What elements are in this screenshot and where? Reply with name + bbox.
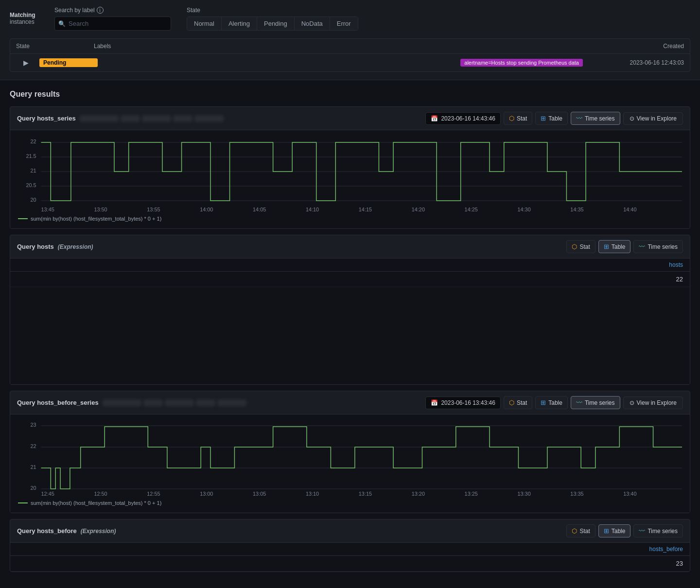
x-label: 14:35 — [570, 207, 583, 212]
stat-btn-1[interactable]: ⬡ Stat — [504, 112, 532, 125]
explore-icon-3: ⊙ — [630, 399, 634, 406]
chart-svg-3: 23 22 21 20 12:45 12:50 12:55 13:00 13:0… — [18, 420, 682, 498]
matching-instances-section: Matching instances Search by label i 🔍 S… — [0, 0, 700, 80]
blurred-pill — [173, 115, 192, 122]
query-results-section: Query results Query hosts_series 📅 2023-… — [0, 80, 700, 572]
timeseries-btn-2[interactable]: 〰 Time series — [633, 240, 683, 253]
x-label-3: 13:35 — [570, 491, 583, 497]
state-btn-alerting[interactable]: Alerting — [222, 17, 257, 30]
chart-legend-1: sum(min by(host) (host_filesystem_total_… — [18, 214, 682, 225]
table-icon: ⊞ — [541, 115, 546, 122]
chart-area-3: 23 22 21 20 12:45 12:50 12:55 13:00 13:0… — [10, 415, 690, 513]
x-label: 13:50 — [94, 207, 107, 212]
table-btn-3[interactable]: ⊞ Table — [535, 396, 568, 409]
legend-line — [18, 218, 28, 219]
query-hosts-series-title: Query hosts_series — [17, 115, 224, 122]
chart-area-1: 22 21.5 21 20.5 20 13:45 13:50 13:55 14:… — [10, 130, 690, 228]
col-state: State — [16, 43, 94, 50]
stat-icon-3: ⬡ — [509, 399, 514, 406]
x-label: 14:20 — [412, 207, 425, 212]
blurred-pill — [142, 115, 171, 122]
y-label-3: 23 — [31, 422, 36, 428]
y-label: 20.5 — [26, 182, 36, 188]
search-input[interactable] — [54, 17, 171, 31]
query-hosts-before-title: Query hosts_before (Expression) — [17, 527, 116, 535]
table-btn-4[interactable]: ⊞ Table — [598, 524, 631, 537]
table-area-hosts: hosts 22 — [10, 259, 690, 384]
table-value-hosts-before: 23 — [10, 556, 690, 571]
x-label: 14:05 — [253, 207, 266, 212]
x-label: 13:55 — [147, 207, 160, 212]
y-label: 20 — [31, 197, 36, 203]
query-panel-header-hosts-before-series: Query hosts_before_series 📅 2023-06-16 1… — [10, 391, 690, 415]
created-time: 2023-06-16 12:43:03 — [587, 59, 684, 66]
y-label-3: 22 — [31, 443, 36, 449]
instances-table-header: State Labels Created — [10, 39, 690, 54]
state-btn-nodata[interactable]: NoData — [295, 17, 330, 30]
x-label: 13:45 — [41, 207, 54, 212]
y-label-3: 21 — [31, 464, 36, 470]
state-btn-error[interactable]: Error — [330, 17, 358, 30]
query-controls-3: 📅 2023-06-16 13:43:46 ⬡ Stat ⊞ Table 〰 T… — [425, 396, 683, 409]
table-btn-2[interactable]: ⊞ Table — [598, 240, 631, 253]
hosts-before-value: 23 — [676, 560, 683, 567]
col-labels: Labels — [94, 43, 587, 50]
timeseries-btn-3[interactable]: 〰 Time series — [571, 396, 620, 409]
state-badge-pending: Pending — [39, 58, 98, 67]
query-results-title: Query results — [10, 90, 690, 99]
state-btn-normal[interactable]: Normal — [187, 17, 222, 30]
state-btn-pending[interactable]: Pending — [257, 17, 295, 30]
blurred-pill — [217, 399, 246, 406]
chart-legend-3: sum(min by(host) (host_filesystem_total_… — [18, 498, 682, 509]
datetime-picker-btn-1[interactable]: 📅 2023-06-16 14:43:46 — [425, 112, 500, 125]
x-label-3: 13:00 — [200, 491, 213, 497]
x-label: 14:10 — [306, 207, 319, 212]
x-label-3: 13:30 — [517, 491, 530, 497]
query-controls-2: ⬡ Stat ⊞ Table 〰 Time series — [566, 240, 683, 253]
table-row: ▶ Pending alertname=Hosts stop sending P… — [10, 54, 690, 71]
query-panel-header-hosts: Query hosts (Expression) ⬡ Stat ⊞ Table … — [10, 235, 690, 259]
query-panel-header-hosts-before: Query hosts_before (Expression) ⬡ Stat ⊞… — [10, 519, 690, 543]
x-label: 14:40 — [623, 207, 636, 212]
table-empty-space — [10, 287, 690, 384]
timeseries-btn-1[interactable]: 〰 Time series — [571, 112, 620, 125]
timeseries-btn-4[interactable]: 〰 Time series — [633, 524, 683, 537]
y-label: 22 — [31, 138, 36, 144]
query-controls-4: ⬡ Stat ⊞ Table 〰 Time series — [566, 524, 683, 537]
explore-btn-1[interactable]: ⊙ View in Explore — [623, 112, 683, 125]
x-label: 14:00 — [200, 207, 213, 212]
stat-btn-2[interactable]: ⬡ Stat — [566, 240, 595, 253]
query-panel-hosts-series: Query hosts_series 📅 2023-06-16 14:43:46… — [10, 106, 690, 229]
table-value-hosts: 22 — [10, 272, 690, 287]
state-buttons-group: Normal Alerting Pending NoData Error — [187, 17, 358, 31]
table-btn-1[interactable]: ⊞ Table — [535, 112, 568, 125]
blurred-pill — [194, 115, 224, 122]
state-label: State — [187, 7, 358, 14]
y-label: 21.5 — [26, 153, 36, 159]
datetime-picker-btn-3[interactable]: 📅 2023-06-16 13:43:46 — [425, 397, 500, 409]
x-label-3: 12:45 — [41, 491, 54, 497]
query-controls-1: 📅 2023-06-16 14:43:46 ⬡ Stat ⊞ Table 〰 T… — [425, 112, 683, 125]
hosts-before-column-header: hosts_before — [649, 546, 683, 553]
timeseries-icon: 〰 — [639, 243, 645, 250]
expand-row-btn[interactable]: ▶ — [16, 58, 35, 68]
query-expr: (Expression) — [58, 243, 93, 250]
x-label-3: 13:10 — [306, 491, 319, 497]
search-input-wrap: 🔍 — [54, 17, 171, 31]
y-label-3: 20 — [31, 485, 36, 491]
blurred-pill — [80, 115, 119, 122]
x-label: 14:30 — [517, 207, 530, 212]
stat-btn-3[interactable]: ⬡ Stat — [504, 396, 532, 409]
matching-subtitle: instances — [10, 18, 35, 25]
blurred-pill — [165, 399, 194, 406]
table-icon-3: ⊞ — [541, 399, 546, 406]
stat-icon: ⬡ — [509, 115, 514, 122]
query-panel-hosts: Query hosts (Expression) ⬡ Stat ⊞ Table … — [10, 235, 690, 385]
stat-btn-4[interactable]: ⬡ Stat — [566, 524, 595, 537]
alert-label-tag: alertname=Hosts stop sending Prometheus … — [460, 59, 583, 67]
explore-btn-3[interactable]: ⊙ View in Explore — [623, 397, 683, 409]
x-label-3: 13:15 — [359, 491, 372, 497]
x-label-3: 12:55 — [147, 491, 160, 497]
blurred-pill — [103, 399, 141, 406]
matching-label: Matching instances — [10, 7, 39, 25]
